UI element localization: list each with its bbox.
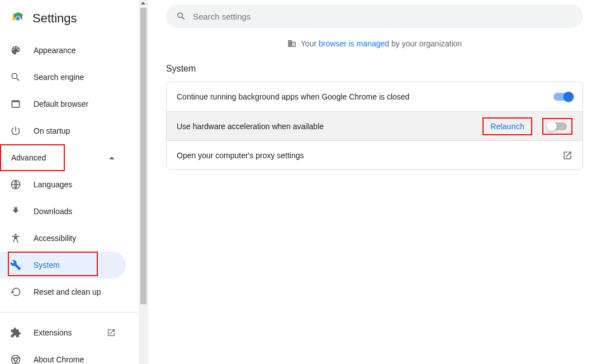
wrench-icon (10, 259, 21, 271)
globe-icon (10, 179, 21, 190)
sidebar-item-extensions[interactable]: Extensions (0, 319, 126, 346)
open-external-icon (562, 150, 572, 160)
sidebar-item-label: System (34, 261, 116, 270)
row-proxy-settings[interactable]: Open your computer's proxy settings (167, 140, 583, 169)
sidebar-item-reset[interactable]: Reset and clean up (0, 278, 126, 305)
toggle-hardware-acceleration[interactable] (548, 122, 567, 130)
sidebar-item-accessibility[interactable]: Accessibility (0, 225, 126, 252)
sidebar-item-label: About Chrome (34, 355, 116, 364)
managed-notice: Your browser is managed by your organiza… (166, 39, 583, 48)
sidebar-section-advanced[interactable]: Advanced (0, 144, 65, 171)
sidebar-item-languages[interactable]: Languages (0, 171, 126, 198)
sidebar-item-label: Languages (34, 180, 116, 189)
chrome-mono-icon (10, 354, 21, 364)
chrome-logo-icon (11, 12, 25, 25)
sidebar-item-search-engine[interactable]: Search engine (0, 64, 126, 91)
sidebar-divider (0, 312, 138, 313)
scroll-up-icon (141, 2, 145, 4)
sidebar: Settings Appearance Search engine Defaul… (0, 0, 139, 364)
managed-link[interactable]: browser is managed (319, 39, 389, 48)
row-label: Use hardware acceleration when available (177, 122, 482, 131)
building-icon (287, 39, 296, 48)
settings-header: Settings (0, 4, 138, 37)
search-input[interactable] (193, 12, 573, 21)
sidebar-item-label: Appearance (34, 46, 116, 55)
main-content: Your browser is managed by your organiza… (148, 0, 601, 364)
sidebar-item-about[interactable]: About Chrome (0, 346, 126, 364)
relaunch-button[interactable]: Relaunch (482, 117, 532, 135)
search-icon (10, 72, 21, 83)
row-background-apps[interactable]: Continue running background apps when Go… (167, 82, 583, 111)
chevron-up-icon (109, 157, 115, 159)
sidebar-item-system[interactable]: System (0, 252, 126, 278)
restore-icon (10, 286, 21, 297)
scroll-thumb[interactable] (140, 8, 146, 304)
settings-card: Continue running background apps when Go… (166, 82, 583, 170)
sidebar-item-label: Reset and clean up (34, 287, 116, 296)
section-title: System (166, 64, 583, 74)
sidebar-item-on-startup[interactable]: On startup (0, 117, 126, 144)
managed-text: Your browser is managed by your organiza… (301, 39, 462, 48)
row-hardware-acceleration[interactable]: Use hardware acceleration when available… (167, 111, 583, 140)
sidebar-item-label: On startup (34, 126, 116, 135)
advanced-label: Advanced (11, 153, 54, 162)
row-label: Continue running background apps when Go… (177, 92, 553, 101)
sidebar-item-default-browser[interactable]: Default browser (0, 91, 126, 117)
search-settings[interactable] (166, 4, 583, 28)
toggle-background-apps[interactable] (553, 93, 572, 101)
sidebar-item-label: Downloads (34, 207, 116, 216)
open-external-icon (107, 328, 116, 337)
sidebar-item-appearance[interactable]: Appearance (0, 37, 126, 64)
sidebar-item-label: Extensions (34, 328, 107, 337)
sidebar-item-downloads[interactable]: Downloads (0, 198, 126, 225)
download-icon (10, 206, 21, 217)
sidebar-item-label: Accessibility (34, 234, 116, 243)
window-icon (10, 98, 21, 110)
power-icon (10, 125, 21, 136)
page-title: Settings (32, 11, 77, 26)
palette-icon (10, 45, 21, 56)
extension-icon (10, 327, 21, 338)
sidebar-item-label: Default browser (34, 100, 116, 108)
scrollbar[interactable] (139, 0, 148, 364)
sidebar-item-label: Search engine (34, 73, 116, 82)
row-label: Open your computer's proxy settings (177, 151, 562, 160)
svg-point-4 (15, 234, 16, 235)
search-icon (176, 11, 186, 21)
accessibility-icon (10, 233, 21, 244)
